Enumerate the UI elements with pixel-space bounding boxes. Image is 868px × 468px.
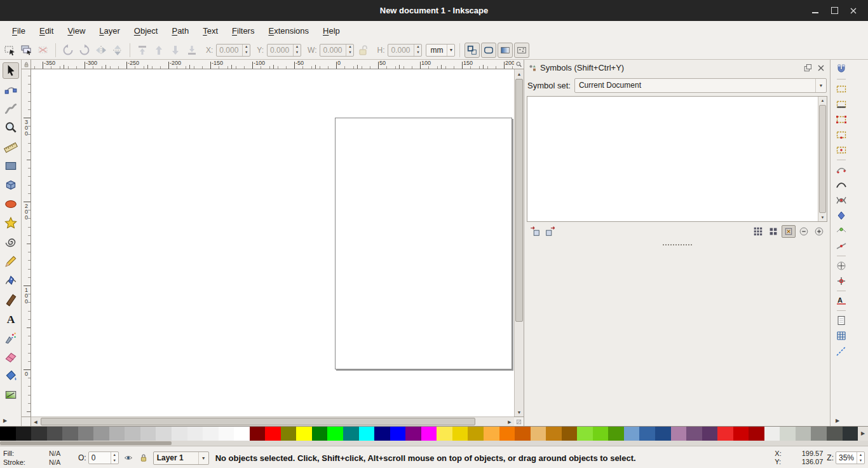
flip-vertical-button[interactable] [110, 43, 125, 58]
scroll-up-arrow[interactable]: ▲ [515, 69, 524, 78]
menu-extensions[interactable]: Extensions [261, 23, 316, 39]
zoom-input[interactable]: 35% ▲▼ [836, 451, 865, 464]
palette-swatch-9[interactable] [140, 427, 156, 441]
title-bar[interactable]: New document 1 - Inkscape [0, 0, 868, 21]
scroll-up-arrow[interactable]: ▲ [818, 97, 827, 104]
palette-swatch-49[interactable] [764, 427, 780, 441]
palette-swatch-45[interactable] [702, 427, 718, 441]
palette-swatch-42[interactable] [655, 427, 671, 441]
snap-text-baseline-toggle[interactable]: A [834, 294, 848, 308]
palette-swatch-23[interactable] [359, 427, 375, 441]
snap-rotation-centers-toggle[interactable] [834, 274, 848, 288]
vertical-scrollbar[interactable]: ▲ ▼ [514, 69, 524, 416]
palette-swatch-30[interactable] [468, 427, 484, 441]
lock-width-height-toggle[interactable] [355, 43, 370, 58]
box3d-tool[interactable] [3, 177, 19, 193]
symbol-list[interactable]: ▲ ▼ [527, 96, 827, 222]
palette-swatch-12[interactable] [187, 427, 203, 441]
display-more-icons-button[interactable] [751, 225, 765, 238]
select-all-layers-button[interactable] [19, 43, 34, 58]
scroll-left-arrow[interactable]: ◀ [31, 417, 40, 426]
palette-swatch-11[interactable] [172, 427, 187, 441]
text-tool[interactable]: A [3, 310, 19, 327]
menu-file[interactable]: File [5, 23, 32, 39]
gradient-tool[interactable] [3, 387, 19, 403]
snap-bbox-edge-midpoints-toggle[interactable] [834, 128, 848, 142]
palette-swatch-28[interactable] [437, 427, 452, 441]
snap-page-border-toggle[interactable] [834, 313, 848, 327]
palette-swatch-22[interactable] [343, 427, 359, 441]
palette-swatch-31[interactable] [484, 427, 499, 441]
scroll-down-arrow[interactable]: ▼ [515, 408, 524, 416]
menu-filters[interactable]: Filters [225, 23, 261, 39]
horizontal-scrollbar[interactable]: ◀ ▶ [31, 416, 514, 426]
snap-bbox-corners-toggle[interactable] [834, 113, 848, 127]
move-gradients-toggle[interactable] [498, 43, 513, 58]
symbol-set-dropdown[interactable]: Current Document ▼ [574, 78, 827, 93]
palette-swatch-18[interactable] [281, 427, 297, 441]
star-tool[interactable] [3, 215, 19, 231]
snap-toolbar-overflow-arrow[interactable]: ▶ [831, 417, 868, 426]
palette-swatch-5[interactable] [78, 427, 94, 441]
panel-float-button[interactable] [803, 63, 813, 73]
tweak-tool[interactable] [3, 100, 19, 117]
symbols-panel-header[interactable]: Symbols (Shift+Ctrl+Y) [526, 61, 828, 74]
palette-swatch-37[interactable] [577, 427, 593, 441]
palette-swatch-47[interactable] [733, 427, 749, 441]
palette-swatch-21[interactable] [327, 427, 343, 441]
fit-symbols-button[interactable] [782, 225, 796, 238]
raise-to-top-button[interactable] [135, 43, 150, 58]
panel-close-button[interactable] [816, 63, 826, 73]
ellipse-tool[interactable] [3, 196, 19, 212]
measure-tool[interactable] [3, 139, 19, 155]
spin-up-icon[interactable]: ▲ [243, 45, 250, 50]
layer-lock-toggle[interactable] [138, 452, 149, 464]
snap-grids-toggle[interactable] [834, 329, 848, 343]
palette-swatch-17[interactable] [265, 427, 281, 441]
menu-path[interactable]: Path [165, 23, 196, 39]
units-dropdown[interactable]: mm ▼ [426, 44, 455, 57]
snap-guides-toggle[interactable] [834, 344, 848, 358]
bezier-pen-tool[interactable] [3, 272, 19, 289]
spin-up-icon[interactable]: ▲ [294, 45, 301, 50]
enable-snapping-toggle[interactable] [834, 62, 848, 76]
zoom-out-symbols-button[interactable] [797, 225, 811, 238]
ruler-top[interactable]: -350-300-250-200-150-100-50050100150200 [31, 60, 514, 69]
palette-swatch-34[interactable] [531, 427, 546, 441]
palette-swatch-39[interactable] [608, 427, 624, 441]
flip-horizontal-button[interactable] [93, 43, 109, 58]
spray-tool[interactable] [3, 329, 19, 346]
horizontal-scrollbar-thumb[interactable] [41, 418, 475, 425]
node-tool[interactable] [3, 81, 19, 98]
snap-bounding-box-toggle[interactable] [834, 82, 848, 96]
guide-lock-corner[interactable] [22, 60, 31, 69]
send-to-symbols-button[interactable] [528, 225, 542, 238]
snap-line-midpoints-toggle[interactable] [834, 239, 848, 253]
select-all-button[interactable] [3, 43, 18, 58]
menu-text[interactable]: Text [196, 23, 225, 39]
symbol-list-scrollbar-thumb[interactable] [819, 105, 826, 213]
x-spin-buttons[interactable]: ▲▼ [242, 45, 250, 56]
fill-stroke-indicator[interactable]: Fill: N/A Stroke: N/A [3, 449, 71, 467]
y-input[interactable]: 0.000 ▲▼ [267, 44, 301, 57]
deselect-button[interactable] [36, 43, 51, 58]
palette-swatch-3[interactable] [47, 427, 63, 441]
zoom-in-symbols-button[interactable] [812, 225, 826, 238]
palette-swatch-50[interactable] [780, 427, 796, 441]
spin-down-icon[interactable]: ▼ [414, 50, 421, 56]
x-input[interactable]: 0.000 ▲▼ [216, 44, 250, 57]
palette-swatch-10[interactable] [156, 427, 172, 441]
w-spin-buttons[interactable]: ▲▼ [346, 45, 353, 56]
palette-swatch-53[interactable] [827, 427, 843, 441]
spin-up-icon[interactable]: ▲ [346, 45, 353, 50]
toolbox-overflow-arrow[interactable]: ▶ [0, 417, 21, 426]
snap-nodes-toggle[interactable] [834, 163, 848, 177]
h-spin-buttons[interactable]: ▲▼ [414, 45, 421, 56]
remove-from-symbols-button[interactable] [543, 225, 557, 238]
spin-down-icon[interactable]: ▼ [857, 458, 864, 464]
eraser-tool[interactable] [3, 348, 19, 365]
palette-swatch-8[interactable] [125, 427, 140, 441]
palette-swatch-35[interactable] [546, 427, 562, 441]
width-input[interactable]: 0.000 ▲▼ [320, 44, 354, 57]
palette-swatch-26[interactable] [405, 427, 421, 441]
